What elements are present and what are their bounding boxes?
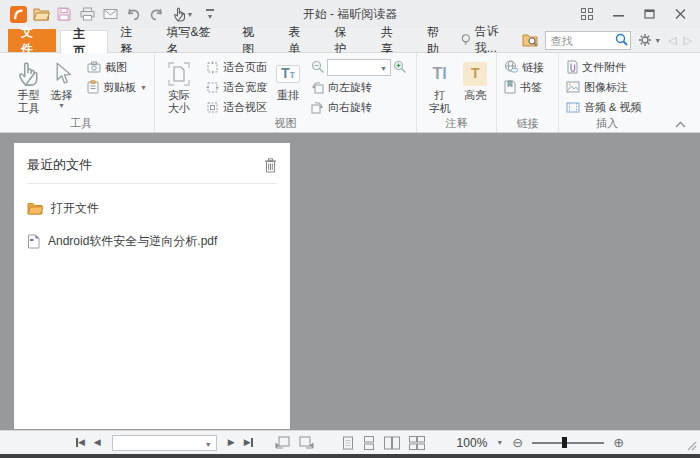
- tab-comment[interactable]: 注释: [108, 29, 154, 52]
- rotate-right-button[interactable]: 向右旋转: [308, 97, 410, 117]
- foxit-logo-icon: [10, 6, 27, 23]
- fit-visible-button[interactable]: 适合视区: [203, 97, 270, 117]
- resize-grip-icon[interactable]: [685, 439, 697, 451]
- recent-file-name: Android软件安全与逆向分析.pdf: [48, 233, 217, 250]
- minimize-button[interactable]: [613, 9, 624, 19]
- search-icon[interactable]: [615, 33, 628, 46]
- bookmark-label: 书签: [520, 80, 542, 95]
- fit-page-button[interactable]: 适合页面: [203, 57, 270, 77]
- zoom-level-combobox[interactable]: ▼: [327, 59, 391, 76]
- open-file-item[interactable]: 打开文件: [27, 200, 277, 217]
- actual-size-label-2: 大小: [168, 102, 190, 115]
- clipboard-icon: [87, 80, 99, 94]
- fit-width-button[interactable]: 适合宽度: [203, 77, 270, 97]
- search-folder-button[interactable]: [522, 33, 538, 47]
- close-button[interactable]: [675, 9, 686, 19]
- group-label-insert: 插入: [559, 116, 655, 131]
- clear-recent-button[interactable]: [264, 158, 277, 173]
- page-number-combobox[interactable]: ▼: [112, 435, 217, 451]
- save-button[interactable]: [54, 4, 74, 24]
- hand-tool-quick-button[interactable]: ▼: [169, 4, 197, 24]
- ribbon-zoom-in-button[interactable]: [393, 60, 407, 74]
- previous-view-button[interactable]: [275, 436, 290, 449]
- minimize-icon: [613, 9, 624, 19]
- reflow-button[interactable]: Tт 重排: [270, 56, 306, 102]
- select-button[interactable]: 选择 ▼: [45, 56, 78, 109]
- email-icon: [103, 8, 118, 20]
- next-view-button[interactable]: [299, 436, 314, 449]
- clipboard-button[interactable]: 剪贴板 ▼: [84, 77, 150, 97]
- document-area: 最近的文件 打开文件 And: [0, 133, 700, 430]
- status-bar: ◀ ◀ ▼ ▶ ▶: [0, 430, 700, 454]
- foxit-logo[interactable]: [8, 4, 28, 24]
- tell-me-button[interactable]: 告诉我...: [461, 23, 515, 57]
- next-page-button[interactable]: ▶: [228, 438, 235, 447]
- zoom-slider-handle[interactable]: [562, 437, 567, 448]
- recent-files-title: 最近的文件: [27, 156, 92, 174]
- facing-button[interactable]: [384, 436, 400, 450]
- hand-tool-button[interactable]: 手型 工具: [12, 56, 45, 115]
- single-page-button[interactable]: [342, 436, 354, 450]
- actual-size-button[interactable]: 实际 大小: [159, 56, 199, 115]
- tab-file[interactable]: 文件: [8, 29, 56, 52]
- highlight-button[interactable]: T 高亮: [458, 56, 492, 102]
- maximize-icon: [644, 9, 655, 19]
- zoom-percent[interactable]: 100%: [457, 436, 488, 450]
- undo-button[interactable]: [123, 4, 143, 24]
- status-zoom-in-button[interactable]: ⊕: [613, 436, 624, 449]
- tab-view[interactable]: 视图: [230, 29, 276, 52]
- clipboard-caret-icon: ▼: [140, 84, 147, 91]
- ribbon: 手型 工具 选择 ▼ 截图: [0, 53, 700, 133]
- customize-toolbar-button[interactable]: ▼: [200, 4, 220, 24]
- tab-fill-sign[interactable]: 填写&签名: [155, 29, 231, 52]
- window-controls: [581, 8, 692, 20]
- maximize-button[interactable]: [644, 9, 655, 19]
- file-attachment-button[interactable]: 文件附件: [563, 57, 644, 77]
- layout-grid-button[interactable]: [581, 8, 593, 20]
- clipboard-label: 剪贴板: [103, 80, 136, 95]
- actual-size-icon: [167, 61, 191, 87]
- continuous-facing-button[interactable]: [409, 436, 425, 450]
- image-annotation-button[interactable]: 图像标注: [563, 77, 644, 97]
- hand-icon: [17, 61, 41, 87]
- tab-form[interactable]: 表单: [276, 29, 322, 52]
- continuous-button[interactable]: [363, 436, 375, 450]
- last-page-button[interactable]: ▶: [244, 438, 253, 447]
- tab-help[interactable]: 帮助: [415, 29, 461, 52]
- camera-icon: [87, 61, 101, 73]
- typewriter-button[interactable]: TI 打 字机: [421, 56, 458, 115]
- continuous-icon: [363, 436, 375, 450]
- status-zoom-out-button[interactable]: ⊖: [512, 436, 523, 449]
- audio-video-button[interactable]: 音频 & 视频: [563, 97, 644, 117]
- print-button[interactable]: [77, 4, 97, 24]
- history-forward-chevron[interactable]: ▷: [684, 34, 692, 47]
- bookmark-button[interactable]: 书签: [501, 77, 547, 97]
- hand-pointer-icon: [173, 7, 187, 22]
- tab-share[interactable]: 共享: [369, 29, 415, 52]
- previous-page-button[interactable]: ◀: [94, 438, 101, 447]
- tab-protect[interactable]: 保护: [323, 29, 369, 52]
- zoom-slider[interactable]: [532, 437, 604, 448]
- link-button[interactable]: 链接: [501, 57, 547, 77]
- facing-icon: [384, 436, 400, 450]
- tab-home[interactable]: 主页: [60, 30, 108, 53]
- zoom-combo-caret-icon: ▼: [380, 65, 387, 72]
- group-label-comment: 注释: [417, 116, 496, 131]
- select-label: 选择: [51, 89, 73, 102]
- file-attachment-label: 文件附件: [582, 60, 626, 75]
- fit-width-label: 适合宽度: [223, 80, 267, 95]
- snapshot-button[interactable]: 截图: [84, 57, 150, 77]
- history-back-chevron[interactable]: ◁: [668, 34, 676, 47]
- single-page-icon: [342, 436, 354, 450]
- email-button[interactable]: [100, 4, 120, 24]
- settings-button[interactable]: ▼: [638, 33, 661, 47]
- zoom-presets-caret-icon[interactable]: ▼: [496, 439, 503, 446]
- ribbon-zoom-out-button[interactable]: [311, 60, 325, 74]
- first-page-button[interactable]: ◀: [76, 438, 85, 447]
- recent-file-item[interactable]: Android软件安全与逆向分析.pdf: [27, 233, 277, 250]
- rotate-left-button[interactable]: 向左旋转: [308, 77, 410, 97]
- collapse-ribbon-button[interactable]: [675, 121, 686, 128]
- tell-me-label: 告诉我...: [475, 23, 515, 57]
- redo-button[interactable]: [146, 4, 166, 24]
- open-file-button[interactable]: [31, 4, 51, 24]
